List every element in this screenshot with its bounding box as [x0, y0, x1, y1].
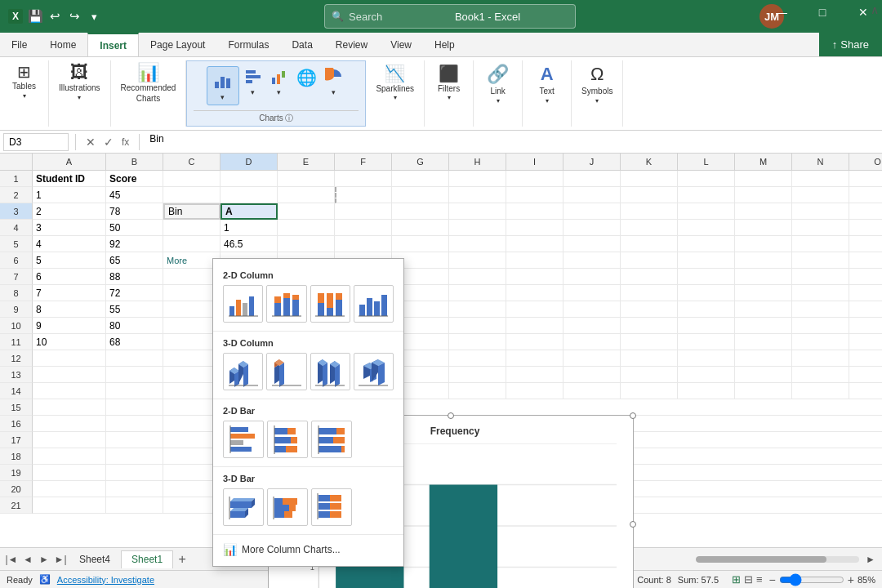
- col-header-h[interactable]: H: [449, 154, 506, 170]
- chart-handle-tr[interactable]: [630, 412, 636, 419]
- cell-k13[interactable]: [621, 367, 678, 383]
- symbols-button[interactable]: Ω Symbols ▾: [578, 62, 616, 106]
- 100pct-stacked-column-option[interactable]: [310, 285, 350, 323]
- normal-view-button[interactable]: ⊞: [732, 573, 741, 586]
- cell-m9[interactable]: [735, 301, 792, 318]
- cell-l8[interactable]: [678, 285, 735, 301]
- cell-e2[interactable]: [278, 187, 335, 203]
- row-num-12[interactable]: 12: [0, 350, 33, 367]
- add-sheet-button[interactable]: +: [173, 550, 191, 568]
- cell-j7[interactable]: [564, 269, 621, 285]
- cell-l2[interactable]: [678, 187, 735, 203]
- cell-o14[interactable]: [849, 383, 882, 399]
- col-header-d[interactable]: D: [220, 154, 278, 170]
- row-num-1[interactable]: 1: [0, 171, 33, 187]
- sheet-tab-sheet1[interactable]: Sheet1: [121, 550, 173, 568]
- col-header-i[interactable]: I: [506, 154, 564, 170]
- filters-button[interactable]: ⬛ Filters ▾: [434, 62, 463, 103]
- cell-g4[interactable]: [392, 220, 449, 236]
- cell-k1[interactable]: [621, 171, 678, 187]
- cell-n6[interactable]: [792, 252, 849, 269]
- cell-l7[interactable]: [678, 269, 735, 285]
- cell-k6[interactable]: [621, 252, 678, 269]
- cell-k11[interactable]: [621, 334, 678, 350]
- chart-handle-top[interactable]: [448, 412, 454, 419]
- accessibility-status[interactable]: Accessibility: Investigate: [57, 575, 154, 585]
- tab-page-layout[interactable]: Page Layout: [139, 33, 216, 56]
- col-header-e[interactable]: E: [278, 154, 335, 170]
- cell-k3[interactable]: [621, 203, 678, 220]
- row-num-8[interactable]: 8: [0, 285, 33, 301]
- cell-b21[interactable]: [106, 497, 163, 514]
- cell-l13[interactable]: [678, 367, 735, 383]
- cell-h14[interactable]: [449, 383, 506, 399]
- maximize-button[interactable]: □: [804, 0, 841, 24]
- cell-a9[interactable]: 8: [33, 301, 106, 318]
- 3d-100pct-col-option[interactable]: [310, 353, 350, 390]
- cell-b9[interactable]: 55: [106, 301, 163, 318]
- tab-home[interactable]: Home: [38, 33, 87, 56]
- cell-m2[interactable]: [735, 187, 792, 203]
- cell-g3[interactable]: [392, 203, 449, 220]
- cell-j2[interactable]: [564, 187, 621, 203]
- save-icon[interactable]: 💾: [28, 9, 42, 24]
- cell-i4[interactable]: [506, 220, 564, 236]
- row-num-11[interactable]: 11: [0, 334, 33, 350]
- cell-b16[interactable]: [106, 416, 163, 432]
- cell-i1[interactable]: [506, 171, 564, 187]
- col-header-n[interactable]: N: [792, 154, 849, 170]
- share-button[interactable]: ↑ Share: [819, 32, 882, 56]
- cell-b17[interactable]: [106, 432, 163, 448]
- customize-icon[interactable]: ▾: [87, 9, 101, 24]
- cell-h3[interactable]: [449, 203, 506, 220]
- cell-g2[interactable]: [392, 187, 449, 203]
- tab-nav-next[interactable]: ►: [36, 551, 52, 568]
- cell-j12[interactable]: [564, 350, 621, 367]
- zoom-out-button[interactable]: −: [769, 573, 776, 586]
- scroll-right[interactable]: ►: [862, 551, 879, 568]
- cell-c4[interactable]: [163, 220, 220, 236]
- cell-h12[interactable]: [449, 350, 506, 367]
- cell-h4[interactable]: [449, 220, 506, 236]
- zoom-in-button[interactable]: +: [848, 573, 854, 586]
- cell-m8[interactable]: [735, 285, 792, 301]
- cell-a14[interactable]: [33, 383, 106, 399]
- cell-a5[interactable]: 4: [33, 236, 106, 252]
- cell-c5[interactable]: [163, 236, 220, 252]
- cell-o3[interactable]: [849, 203, 882, 220]
- cell-i12[interactable]: [506, 350, 564, 367]
- link-button[interactable]: 🔗 Link ▾: [482, 62, 514, 106]
- cell-k10[interactable]: [621, 318, 678, 334]
- cell-b10[interactable]: 80: [106, 318, 163, 334]
- cell-i9[interactable]: [506, 301, 564, 318]
- cell-a7[interactable]: 6: [33, 269, 106, 285]
- select-all-button[interactable]: [0, 154, 33, 170]
- cell-a12[interactable]: [33, 350, 106, 367]
- cell-o5[interactable]: [849, 236, 882, 252]
- cell-o8[interactable]: [849, 285, 882, 301]
- cell-i13[interactable]: [506, 367, 564, 383]
- waterfall-chart-button[interactable]: ▾: [267, 66, 292, 98]
- tab-formulas[interactable]: Formulas: [216, 33, 280, 56]
- cell-j13[interactable]: [564, 367, 621, 383]
- cell-e4[interactable]: [278, 220, 335, 236]
- row-num-15[interactable]: 15: [0, 399, 33, 416]
- row-num-20[interactable]: 20: [0, 481, 33, 497]
- sheet-tab-sheet4[interactable]: Sheet4: [69, 550, 121, 568]
- cell-n8[interactable]: [792, 285, 849, 301]
- cell-d3[interactable]: A: [220, 203, 278, 220]
- collapse-ribbon-button[interactable]: ∧: [867, 0, 882, 20]
- cell-k5[interactable]: [621, 236, 678, 252]
- cell-m11[interactable]: [735, 334, 792, 350]
- cell-i2[interactable]: [506, 187, 564, 203]
- row-num-16[interactable]: 16: [0, 416, 33, 432]
- cell-a19[interactable]: [33, 465, 106, 481]
- tab-insert[interactable]: Insert: [87, 33, 139, 56]
- cell-f3[interactable]: [335, 203, 392, 220]
- tab-help[interactable]: Help: [423, 33, 466, 56]
- cell-a4[interactable]: 3: [33, 220, 106, 236]
- cell-h9[interactable]: [449, 301, 506, 318]
- cell-o7[interactable]: [849, 269, 882, 285]
- cell-i7[interactable]: [506, 269, 564, 285]
- cell-l11[interactable]: [678, 334, 735, 350]
